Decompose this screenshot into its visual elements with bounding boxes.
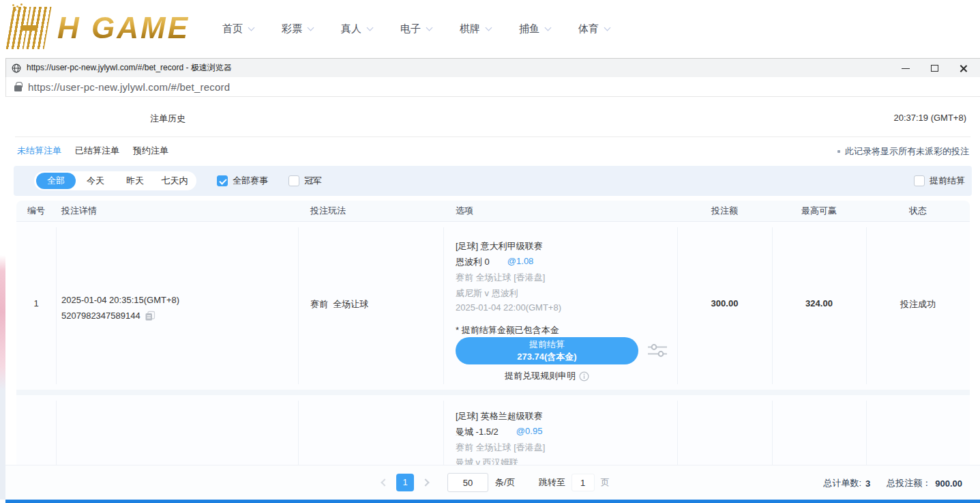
hhgame-logo[interactable]: H GAME (8, 7, 190, 49)
lock-icon (14, 85, 22, 91)
date-range-segment: 全部 今天 昨天 七天内 (34, 171, 196, 190)
col-header-no: 编号 (16, 201, 56, 221)
nav-label: 首页 (222, 23, 243, 35)
option-pick: 曼城 -1.5/2 (456, 426, 499, 438)
tab-settled[interactable]: 已结算注单 (75, 145, 119, 157)
cashout-filter-checkbox[interactable]: 提前结算 (914, 175, 965, 187)
nav-item-live-casino[interactable]: 真人 (341, 23, 372, 35)
bet-row-number: 1 (16, 298, 56, 308)
table-footer: 1 条/页 跳转至 页 总计单数: 3 总投注额： 900.00 (5, 465, 980, 500)
screen: H GAME 首页 彩票 真人 电子 棋牌 (0, 0, 980, 503)
bet-id: 5207982347589144 (61, 308, 140, 324)
column-divider (443, 227, 444, 384)
option-odds: @1.08 (507, 256, 534, 268)
bet-detail-cell: 2025-01-04 20:35:15(GMT+8) 5207982347589… (61, 292, 179, 324)
browser-urlbar[interactable]: https://user-pc-new.jylywl.com/#/bet_rec… (5, 77, 980, 97)
row-divider (16, 390, 970, 395)
jump-page-input[interactable] (571, 474, 595, 491)
logo-text: H GAME (57, 11, 190, 45)
per-page-label: 条/页 (495, 476, 516, 489)
checkbox-label: 提前结算 (930, 175, 965, 187)
filter-all-button[interactable]: 全部 (36, 173, 76, 189)
col-header-option: 选项 (456, 201, 473, 221)
all-events-checkbox[interactable]: 全部赛事 (217, 175, 268, 187)
hhgame-logo-icon (8, 7, 49, 49)
nav-item-lottery[interactable]: 彩票 (282, 23, 313, 35)
nav-item-home[interactable]: 首页 (222, 23, 254, 35)
nav-item-chess[interactable]: 棋牌 (460, 23, 491, 35)
page-1-button[interactable]: 1 (396, 474, 414, 491)
option-market: 赛前 全场让球 [香港盘] (456, 442, 545, 454)
copy-icon[interactable] (145, 311, 155, 321)
chevron-down-icon (248, 25, 255, 31)
checkbox-unchecked-icon (288, 175, 299, 186)
maximize-button[interactable] (920, 59, 949, 78)
page-title: 注单历史 (150, 113, 185, 125)
next-page-icon[interactable] (421, 478, 429, 486)
nav-item-slots[interactable]: 电子 (400, 23, 432, 35)
tab-reserved[interactable]: 预约注单 (133, 145, 168, 157)
cashout-rule-link[interactable]: 提前兑现规则申明 (456, 370, 638, 382)
chevron-down-icon (367, 25, 374, 31)
info-icon (579, 371, 589, 382)
checkbox-unchecked-icon (914, 175, 925, 186)
column-divider (298, 227, 299, 384)
total-count: 总计单数: 3 (823, 477, 870, 489)
col-header-play: 投注玩法 (310, 201, 346, 221)
filter-yesterday-button[interactable]: 昨天 (115, 173, 155, 189)
pagination: 1 条/页 跳转至 页 (382, 473, 610, 492)
totals-summary: 总计单数: 3 总投注额： 900.00 (823, 477, 962, 489)
chevron-down-icon (486, 25, 492, 31)
option-match: 威尼斯 v 恩波利 (456, 287, 518, 300)
nav-label: 捕鱼 (519, 23, 539, 35)
option-match-time: 2025-01-04 22:00(GMT+8) (456, 302, 561, 313)
filter-7days-button[interactable]: 七天内 (155, 173, 194, 189)
page-bottom-bar (5, 500, 980, 503)
nav-item-sports[interactable]: 体育 (578, 23, 610, 35)
total-amount-label: 总投注额： (887, 477, 931, 489)
total-count-value: 3 (865, 478, 870, 489)
chevron-down-icon (426, 25, 433, 31)
option-market: 赛前 全场让球 [香港盘] (456, 272, 545, 284)
sliders-icon[interactable] (648, 343, 667, 360)
unsettled-note: 此记录将显示所有未派彩的投注 (837, 145, 969, 158)
nav-label: 真人 (341, 23, 361, 35)
minimize-icon (902, 68, 910, 69)
option-odds: @0.95 (516, 426, 543, 438)
champion-checkbox[interactable]: 冠军 (288, 175, 322, 187)
chevron-down-icon (604, 25, 611, 31)
bullet-dot-icon (837, 150, 840, 153)
chevron-down-icon (308, 25, 314, 31)
event-filters: 全部赛事 冠军 (217, 175, 322, 187)
window-controls (891, 59, 977, 78)
browser-titlebar[interactable]: https://user-pc-new.jylywl.com/#/bet_rec… (5, 58, 980, 77)
col-header-maxwin: 最高可赢 (772, 201, 866, 221)
main-nav: 首页 彩票 真人 电子 棋牌 捕鱼 (222, 0, 610, 58)
background-page-strip (0, 97, 5, 500)
filter-today-button[interactable]: 今天 (76, 173, 115, 189)
table-header: 编号 投注详情 投注玩法 选项 投注额 最高可赢 状态 (16, 201, 970, 222)
nav-label: 棋牌 (460, 23, 480, 35)
cashout-note: * 提前结算金额已包含本金 (456, 324, 559, 336)
record-tabs: 未结算注单 已结算注单 预约注单 (17, 145, 168, 157)
col-header-amount: 投注额 (677, 201, 772, 221)
total-count-label: 总计单数: (823, 477, 861, 489)
globe-icon (12, 63, 21, 73)
checkbox-label: 全部赛事 (233, 175, 268, 187)
nav-label: 彩票 (282, 23, 302, 35)
table-row: 1 2025-01-04 20:35:15(GMT+8) 52079823475… (16, 222, 970, 390)
minimize-button[interactable] (891, 59, 920, 78)
nav-label: 电子 (400, 23, 421, 35)
prev-page-icon[interactable] (381, 478, 388, 486)
bet-status: 投注成功 (866, 298, 970, 311)
tab-unsettled[interactable]: 未结算注单 (17, 145, 61, 157)
nav-item-fishing[interactable]: 捕鱼 (519, 23, 550, 35)
cashout-button[interactable]: 提前结算 273.74(含本金) (456, 337, 638, 364)
cashout-rule-text: 提前兑现规则申明 (505, 370, 576, 382)
option-pick-row: 恩波利 0 @1.08 (456, 256, 533, 268)
logo-dots-decoration (12, 4, 14, 6)
jump-to-label: 跳转至 (539, 476, 565, 489)
page-size-input[interactable] (447, 473, 488, 492)
checkbox-checked-icon (217, 175, 228, 186)
close-button[interactable] (949, 59, 977, 78)
